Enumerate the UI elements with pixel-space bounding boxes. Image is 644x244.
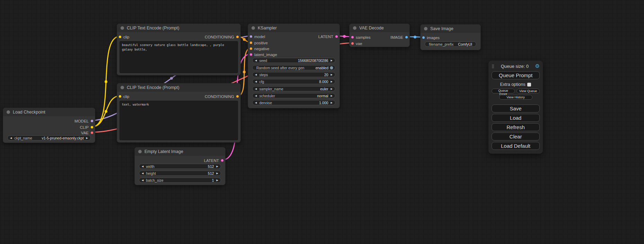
output-slot-vae[interactable]: VAE <box>81 130 94 136</box>
node-title-bar[interactable]: Load Checkpoint <box>3 108 95 116</box>
refresh-button[interactable]: Refresh <box>492 123 540 131</box>
output-slot-latent[interactable]: LATENT <box>318 34 338 39</box>
decrement-arrow-icon[interactable]: ◀ <box>142 179 143 181</box>
port-dot-clip[interactable] <box>118 35 122 38</box>
port-dot-clip[interactable] <box>118 95 122 98</box>
node-collapse-dot[interactable] <box>7 110 10 114</box>
input-slot-model[interactable]: model <box>249 34 265 39</box>
node-collapse-dot[interactable] <box>121 86 124 89</box>
port-dot-conditioning[interactable] <box>249 41 253 44</box>
node-title-bar[interactable]: VAE Decode <box>350 24 409 32</box>
input-slot-negative[interactable]: negative <box>249 46 269 52</box>
port-dot-conditioning[interactable] <box>236 35 239 38</box>
decrement-arrow-icon[interactable]: ◀ <box>255 88 257 90</box>
input-slot-clip[interactable]: clip <box>118 93 129 99</box>
increment-arrow-icon[interactable]: ▶ <box>86 137 88 139</box>
input-slot-samples[interactable]: samples <box>351 34 371 40</box>
output-slot-image[interactable]: IMAGE <box>390 34 408 40</box>
decrement-arrow-icon[interactable]: ◀ <box>255 59 257 62</box>
decrement-arrow-icon[interactable]: ◀ <box>255 101 257 104</box>
node-collapse-dot[interactable] <box>424 27 427 30</box>
widget-sampler-name[interactable]: ◀ sampler_name euler ▶ <box>252 86 335 91</box>
toggle-dot[interactable] <box>330 66 333 70</box>
port-dot-vae[interactable] <box>90 131 94 134</box>
output-slot-conditioning[interactable]: CONDITIONING <box>205 34 239 40</box>
widget-cfg[interactable]: ◀ cfg 8.000 ▶ <box>252 79 335 84</box>
widget-scheduler[interactable]: ◀ scheduler normal ▶ <box>252 93 335 98</box>
decrement-arrow-icon[interactable]: ◀ <box>255 94 257 97</box>
widget-denoise[interactable]: ◀ denoise 1.000 ▶ <box>252 100 335 105</box>
prompt-textarea[interactable]: text, watermark <box>120 101 238 140</box>
input-slot-latent-image[interactable]: latent_image <box>249 52 277 57</box>
queue-prompt-button[interactable]: Queue Prompt <box>492 71 540 79</box>
node-collapse-dot[interactable] <box>138 150 142 153</box>
widget-steps[interactable]: ◀ steps 20 ▶ <box>252 72 335 77</box>
load-button[interactable]: Load <box>492 114 540 122</box>
input-slot-vae[interactable]: vae <box>351 40 362 46</box>
node-title-bar[interactable]: Empty Latent Image <box>135 147 225 156</box>
node-title-bar[interactable]: CLIP Text Encode (Prompt) <box>117 24 240 32</box>
decrement-arrow-icon[interactable]: ◀ <box>142 165 143 168</box>
view-queue-button[interactable]: View Queue <box>517 89 540 93</box>
port-dot-image[interactable] <box>405 36 408 39</box>
input-slot-positive[interactable]: positive <box>249 40 268 46</box>
extra-options-checkbox[interactable] <box>527 83 531 87</box>
widget-random-seed-toggle[interactable]: Random seed after every gen enabled <box>252 65 335 70</box>
input-slot-images[interactable]: images <box>422 35 440 40</box>
port-dot-latent[interactable] <box>335 35 338 38</box>
node-vae-decode[interactable]: VAE Decode samples vae IMAGE <box>349 24 410 47</box>
port-dot-model[interactable] <box>249 35 253 38</box>
node-title-bar[interactable]: Save Image <box>421 25 480 33</box>
decrement-arrow-icon[interactable]: ◀ <box>10 137 12 139</box>
clear-button[interactable]: Clear <box>492 133 540 141</box>
port-dot-latent[interactable] <box>351 36 354 39</box>
node-clip-text-encode-negative[interactable]: CLIP Text Encode (Prompt) clip CONDITION… <box>117 83 241 143</box>
port-dot-latent[interactable] <box>221 159 224 162</box>
widget-width[interactable]: ◀ width 512 ▶ <box>139 164 221 169</box>
queue-front-button[interactable]: Queue Front <box>492 89 515 93</box>
increment-arrow-icon[interactable]: ▶ <box>331 59 333 62</box>
port-dot-latent[interactable] <box>249 53 253 56</box>
increment-arrow-icon[interactable]: ▶ <box>331 88 333 90</box>
port-dot-image[interactable] <box>422 36 425 39</box>
widget-batch-size[interactable]: ◀ batch_size 1 ▶ <box>139 178 221 183</box>
increment-arrow-icon[interactable]: ▶ <box>217 172 218 174</box>
increment-arrow-icon[interactable]: ▶ <box>331 101 333 104</box>
widget-seed[interactable]: ◀ seed 156680208700286 ▶ <box>252 58 335 63</box>
output-slot-conditioning[interactable]: CONDITIONING <box>205 93 239 99</box>
output-slot-model[interactable]: MODEL <box>74 118 94 124</box>
output-slot-latent[interactable]: LATENT <box>204 157 224 163</box>
node-graph-canvas[interactable]: Load Checkpoint MODEL CLIP VAE ◀ ckpt_na… <box>0 0 644 244</box>
port-dot-clip[interactable] <box>90 126 94 129</box>
port-dot-vae[interactable] <box>351 42 354 45</box>
node-collapse-dot[interactable] <box>121 26 124 30</box>
load-default-button[interactable]: Load Default <box>492 142 540 150</box>
increment-arrow-icon[interactable]: ▶ <box>217 179 218 181</box>
node-title-bar[interactable]: KSampler <box>248 24 339 32</box>
widget-height[interactable]: ◀ height 512 ▶ <box>139 171 221 176</box>
port-dot-conditioning[interactable] <box>249 47 253 50</box>
node-ksampler[interactable]: KSampler model positive negative latent_… <box>248 24 340 108</box>
widget-filename-prefix[interactable]: filename_prefix ComfyUI <box>425 42 476 47</box>
decrement-arrow-icon[interactable]: ◀ <box>255 73 257 76</box>
settings-gear-icon[interactable]: ⚙ <box>535 63 540 69</box>
input-slot-clip[interactable]: clip <box>118 34 129 40</box>
decrement-arrow-icon[interactable]: ◀ <box>142 172 143 174</box>
increment-arrow-icon[interactable]: ▶ <box>331 73 333 76</box>
save-button[interactable]: Save <box>492 105 540 112</box>
node-collapse-dot[interactable] <box>252 26 255 30</box>
widget-ckpt-name[interactable]: ◀ ckpt_name v1-5-pruned-emaonly.ckpt ▶ <box>7 135 91 141</box>
port-dot-conditioning[interactable] <box>236 95 239 98</box>
drag-handle-icon[interactable]: ⣿ <box>492 64 494 69</box>
node-title-bar[interactable]: CLIP Text Encode (Prompt) <box>117 83 240 92</box>
node-empty-latent-image[interactable]: Empty Latent Image LATENT ◀ width 512 ▶ … <box>134 147 226 185</box>
increment-arrow-icon[interactable]: ▶ <box>331 80 333 83</box>
decrement-arrow-icon[interactable]: ◀ <box>255 80 257 83</box>
node-collapse-dot[interactable] <box>353 26 356 30</box>
prompt-textarea[interactable]: beautiful scenery nature glass bottle la… <box>120 41 238 73</box>
output-slot-clip[interactable]: CLIP <box>80 124 94 130</box>
node-clip-text-encode-positive[interactable]: CLIP Text Encode (Prompt) clip CONDITION… <box>117 24 241 75</box>
node-save-image[interactable]: Save Image images filename_prefix ComfyU… <box>420 24 481 50</box>
port-dot-model[interactable] <box>90 119 94 123</box>
increment-arrow-icon[interactable]: ▶ <box>331 94 333 97</box>
